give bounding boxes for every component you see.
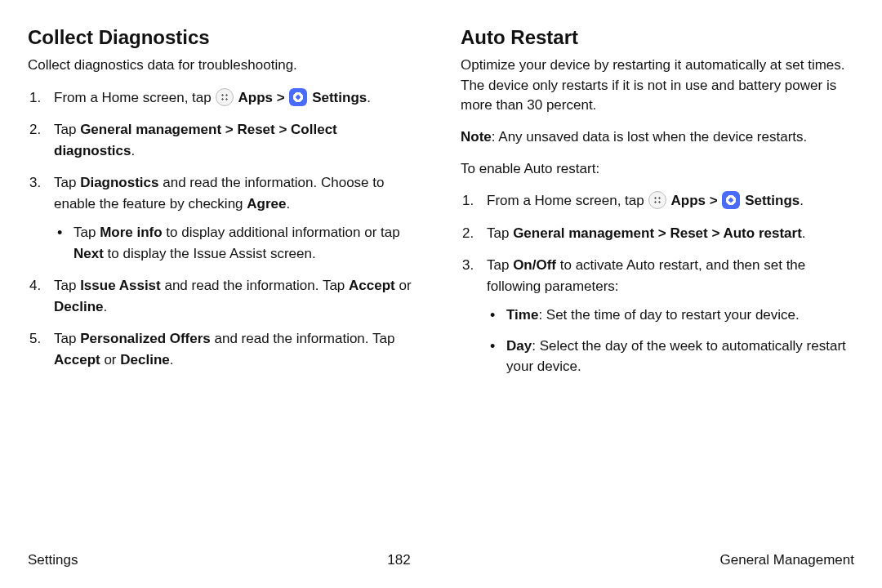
text: . [103,299,107,314]
text: to display additional information or tap [163,225,400,240]
bullet-day: Day: Select the day of the week to autom… [487,336,854,377]
right-step-3: Tap On/Off to activate Auto restart, and… [461,255,854,377]
settings-label: Settings [308,90,367,105]
bold: Issue Assist [80,278,161,293]
text: Tap [54,175,80,190]
settings-icon [289,88,307,106]
text: Tap [74,225,100,240]
right-enable: To enable Auto restart: [461,159,854,180]
bold: Agree [247,196,286,212]
bold: General management > Reset > Auto restar… [513,225,802,241]
text: From a Home screen, tap [54,90,215,105]
bold: Diagnostics [80,175,158,190]
left-step-3: Tap Diagnostics and read the information… [28,172,421,264]
settings-icon [722,191,740,209]
bullet: Tap More info to display additional info… [54,222,421,264]
bold: Decline [120,352,169,368]
left-step-5: Tap Personalized Offers and read the inf… [28,328,421,370]
text: From a Home screen, tap [487,193,648,208]
text: and read the information. Tap [161,278,349,293]
text: Tap [54,122,80,137]
left-steps: From a Home screen, tap Apps > Settings.… [28,87,421,371]
settings-label: Settings [741,193,800,208]
left-column: Collect Diagnostics Collect diagnostics … [28,26,421,389]
note-text: : Any unsaved data is lost when the devi… [492,129,808,145]
apps-icon [648,191,666,209]
text: . [286,196,290,212]
bold: Accept [54,352,100,368]
right-intro: Optimize your device by restarting it au… [461,56,854,116]
text: Tap [54,331,80,346]
bold: Time [506,307,538,323]
apps-label: Apps [667,193,706,208]
apps-label: Apps [234,90,273,105]
footer-page-number: 182 [387,552,410,568]
footer-right: General Management [720,552,854,568]
text: or [100,352,121,368]
left-step-4: Tap Issue Assist and read the informatio… [28,275,421,317]
left-step-2: Tap General management > Reset > Collect… [28,119,421,161]
bold: Day [506,338,532,354]
bold: Accept [349,278,395,293]
sep: > [273,90,288,105]
text: Tap [487,257,513,273]
right-heading: Auto Restart [461,26,854,49]
page-footer: Settings 182 General Management [28,552,854,568]
right-step-2: Tap General management > Reset > Auto re… [461,223,854,244]
left-intro: Collect diagnostics data for troubleshoo… [28,56,421,76]
left-step-1: From a Home screen, tap Apps > Settings. [28,87,421,109]
right-step-3-bullets: Time: Set the time of day to restart you… [487,305,854,377]
text: Tap [54,278,80,293]
left-step-3-bullets: Tap More info to display additional info… [54,222,421,264]
right-column: Auto Restart Optimize your device by res… [461,26,854,389]
text: or [395,278,412,293]
right-steps: From a Home screen, tap Apps > Settings.… [461,190,854,377]
right-note: Note: Any unsaved data is lost when the … [461,127,854,148]
bold: Next [74,246,104,261]
text: . [170,352,174,368]
content-columns: Collect Diagnostics Collect diagnostics … [28,26,854,389]
text: : Set the time of day to restart your de… [538,307,799,323]
text: and read the information. Tap [211,331,395,346]
text: . [367,90,371,105]
bold: General management > Reset > Collect dia… [54,122,337,158]
sep: > [706,193,721,208]
left-heading: Collect Diagnostics [28,26,421,49]
text: : Select the day of the week to automati… [506,338,846,375]
bold: Personalized Offers [80,331,211,346]
bold: More info [100,225,163,240]
text: . [131,143,135,158]
bullet-time: Time: Set the time of day to restart you… [487,305,854,326]
apps-icon [216,88,234,106]
text: . [802,225,806,241]
footer-left: Settings [28,552,78,568]
text: Tap [487,225,513,241]
right-step-1: From a Home screen, tap Apps > Settings. [461,190,854,212]
bold: Decline [54,299,103,314]
text: . [800,193,804,208]
note-label: Note [461,129,492,145]
bold: On/Off [513,257,556,273]
text: to display the Issue Assist screen. [104,246,316,261]
